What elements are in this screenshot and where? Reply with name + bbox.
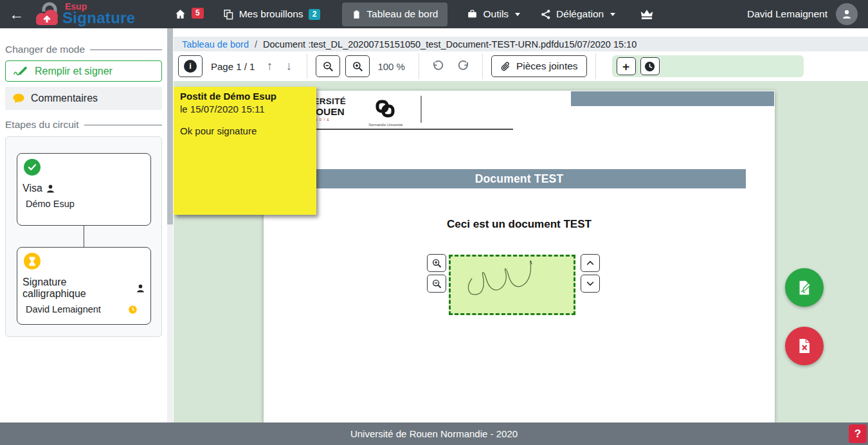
person-icon	[136, 284, 145, 293]
signature-placement-area[interactable]	[449, 255, 575, 315]
toolbar-divider	[419, 53, 419, 79]
nav-tools-label: Outils	[483, 8, 509, 20]
fill-and-sign-button[interactable]: Remplir et signer	[5, 60, 162, 82]
history-button[interactable]	[640, 57, 660, 75]
paperclip-icon	[500, 61, 511, 72]
main-content: Tableau de bord / Document :test_DL_2020…	[174, 28, 868, 422]
zoom-in-icon	[431, 258, 442, 269]
normandie-universite-logo-icon	[375, 99, 395, 121]
heading-rule	[84, 125, 162, 125]
info-button[interactable]: i	[178, 55, 203, 77]
nav-tools[interactable]: Outils	[467, 8, 520, 20]
zoom-out-icon	[322, 60, 334, 73]
copy-icon	[223, 9, 234, 20]
home-badge: 5	[192, 8, 204, 19]
signature-zoom-out-button[interactable]	[427, 275, 446, 293]
next-page-button[interactable]: ↓	[279, 59, 298, 74]
nav-drafts[interactable]: Mes brouillons 2	[223, 8, 321, 20]
nav-delegation-label: Délégation	[556, 8, 604, 20]
rotate-right-button[interactable]	[453, 59, 474, 73]
postit-title: Postit de Démo Esup	[180, 91, 310, 102]
sidebar-scrollbar	[167, 28, 173, 422]
document-title: Document TEST	[475, 172, 564, 186]
home-icon	[174, 8, 186, 20]
clipboard-icon	[352, 9, 361, 20]
comments-button[interactable]: Commentaires	[5, 87, 162, 110]
zoom-out-button[interactable]	[316, 55, 340, 77]
previous-page-button[interactable]: ↑	[260, 59, 279, 74]
mode-section-heading: Changer de mode	[5, 44, 162, 55]
toolbar-divider	[595, 53, 596, 79]
step-user: Démo Esup	[26, 199, 75, 209]
steps-heading-label: Etapes du circuit	[5, 119, 79, 131]
workflow-step-signature: Signature calligraphique David Lemaignen…	[17, 247, 151, 325]
avatar[interactable]	[836, 3, 858, 25]
pdf-canvas: UNIVERSITÉ DE ROUEN NORMANDIE Normandie …	[174, 81, 868, 422]
file-signature-icon	[796, 279, 813, 296]
plus-icon: +	[622, 60, 629, 73]
toolbar-divider	[482, 53, 483, 79]
postit-date: le 15/07/2020 15:11	[180, 104, 310, 114]
help-button[interactable]: ?	[849, 424, 867, 443]
back-arrow-icon[interactable]: ←	[9, 7, 24, 22]
step-pending-status	[24, 253, 41, 269]
pdf-page: UNIVERSITÉ DE ROUEN NORMANDIE Normandie …	[264, 91, 775, 422]
postit-note: Postit de Démo Esup le 15/07/2020 15:11 …	[174, 87, 316, 215]
nav-home[interactable]: 5	[174, 8, 204, 20]
nav-drafts-label: Mes brouillons	[239, 8, 303, 20]
attachments-button[interactable]: Pièces jointes	[491, 55, 587, 77]
comments-label: Commentaires	[31, 93, 98, 104]
scrollbar-thumb[interactable]	[167, 28, 173, 224]
zoom-in-button[interactable]	[345, 55, 370, 77]
fill-and-sign-label: Remplir et signer	[35, 66, 113, 77]
document-body-text: Ceci est un document TEST	[264, 218, 775, 231]
toolbar-divider	[307, 53, 307, 79]
chevron-down-icon	[610, 13, 615, 16]
left-sidebar: Changer de mode Remplir et signer Commen…	[0, 28, 167, 422]
brand-logo[interactable]: Esup Signature	[33, 1, 159, 28]
nav-delegation[interactable]: Délégation	[541, 8, 615, 20]
step-done-status	[24, 159, 41, 176]
document-title-band: Document TEST	[293, 169, 746, 188]
step-user: David Lemaignent	[26, 304, 101, 314]
nav-dashboard-label: Tableau de bord	[366, 8, 438, 20]
breadcrumb-separator: /	[255, 39, 257, 50]
chevron-down-icon	[515, 13, 520, 16]
breadcrumb-current: Document :test_DL_20200715151050_test_Do…	[263, 39, 637, 50]
signature-move-controls	[581, 254, 600, 293]
workflow-steps-panel: Visa Démo Esup Signature calligra	[5, 136, 162, 337]
undo-icon	[431, 60, 444, 73]
info-icon: i	[184, 60, 197, 73]
steps-section-heading: Etapes du circuit	[5, 119, 162, 131]
crown-icon[interactable]	[640, 8, 654, 20]
toolbox-icon	[467, 9, 478, 19]
page-header-band	[571, 91, 774, 106]
signature-zoom-in-button[interactable]	[427, 254, 446, 272]
comment-bubble-icon	[12, 93, 25, 104]
share-icon	[541, 9, 551, 20]
mode-heading-label: Changer de mode	[5, 44, 85, 55]
rotate-left-button[interactable]	[428, 59, 448, 73]
logo-separator	[420, 96, 422, 123]
file-x-icon	[797, 338, 812, 354]
step-title: Signature calligraphique	[23, 277, 132, 300]
signature-move-up-button[interactable]	[581, 254, 600, 272]
person-icon	[46, 184, 55, 194]
add-button[interactable]: +	[617, 57, 636, 75]
postit-message: Ok pour signature	[180, 125, 310, 136]
signature-move-down-button[interactable]	[581, 275, 600, 293]
zoom-out-icon	[431, 278, 442, 289]
clock-icon	[644, 60, 656, 73]
top-navbar: ← Esup Signature 5	[0, 0, 868, 28]
breadcrumb-dashboard-link[interactable]: Tableau de bord	[182, 39, 249, 50]
zoom-in-icon	[352, 60, 364, 73]
pending-clock-icon	[128, 305, 138, 314]
esup-signature-app: ← Esup Signature 5	[0, 0, 868, 445]
signature-pen-icon	[13, 66, 29, 77]
nav-dashboard[interactable]: Tableau de bord	[342, 3, 448, 26]
pdf-toolbar: i Page 1 / 1 ↑ ↓ 100 %	[174, 51, 868, 81]
user-menu[interactable]: David Lemaignent	[747, 8, 827, 20]
sign-document-button[interactable]	[785, 268, 824, 307]
refuse-document-button[interactable]	[785, 327, 824, 365]
signature-stroke	[451, 257, 574, 313]
